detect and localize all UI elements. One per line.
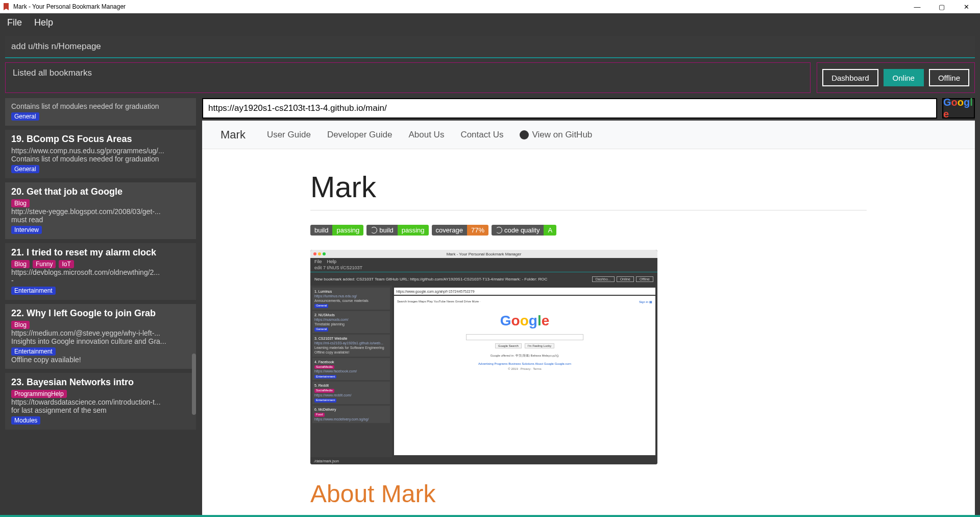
content-pane: https://ay1920s1-cs2103t-t13-4.github.io… bbox=[202, 98, 975, 517]
about-heading: About Mark bbox=[310, 480, 867, 508]
badge: buildpassing bbox=[310, 225, 363, 236]
badges-row: buildpassingbuildpassingcoverage77%code … bbox=[310, 225, 867, 236]
command-bar: add u/this n/Homepage bbox=[0, 32, 980, 58]
nav-dev-guide[interactable]: Developer Guide bbox=[327, 130, 393, 140]
nav-user-guide[interactable]: User Guide bbox=[267, 130, 311, 140]
main-split: Contains list of modules needed for grad… bbox=[5, 98, 975, 517]
bookmark-item[interactable]: 19. BComp CS Focus Areashttps://www.comp… bbox=[5, 130, 196, 178]
badge: coverage77% bbox=[432, 225, 489, 236]
badge: buildpassing bbox=[366, 225, 428, 236]
tab-dashboard[interactable]: Dashboard bbox=[822, 69, 878, 86]
status-message: Listed all bookmarks bbox=[5, 62, 811, 93]
nav-brand[interactable]: Mark bbox=[220, 128, 246, 142]
tab-offline[interactable]: Offline bbox=[929, 69, 969, 86]
nav-contact[interactable]: Contact Us bbox=[460, 130, 503, 140]
embedded-page: Mark User Guide Developer Guide About Us… bbox=[202, 121, 975, 517]
scrollbar-thumb[interactable] bbox=[192, 354, 196, 415]
github-icon bbox=[520, 130, 529, 139]
nav-github[interactable]: View on GitHub bbox=[520, 130, 592, 140]
bookmark-item[interactable]: 20. Get that job at GoogleBloghttp://ste… bbox=[5, 182, 196, 239]
favicon-box: Google bbox=[942, 98, 975, 119]
menu-file[interactable]: File bbox=[7, 17, 22, 28]
nav-about[interactable]: About Us bbox=[408, 130, 444, 140]
menubar: File Help bbox=[0, 13, 980, 32]
bookmark-list: Contains list of modules needed for grad… bbox=[5, 98, 196, 517]
bookmark-item[interactable]: 21. I tried to reset my alarm clockBlogF… bbox=[5, 243, 196, 300]
bookmark-item[interactable]: Contains list of modules needed for grad… bbox=[5, 98, 196, 126]
maximize-button[interactable]: ▢ bbox=[930, 0, 953, 13]
screenshot-preview: Mark - Your Personal Bookmark Manager Fi… bbox=[310, 250, 657, 464]
window-title: Mark - Your Personal Bookmark Manager bbox=[13, 3, 126, 10]
bookmark-item[interactable]: 22. Why I left Google to join GrabBloght… bbox=[5, 304, 196, 369]
bookmark-item[interactable]: 23. Bayesian Networks introProgrammingHe… bbox=[5, 373, 196, 430]
url-input[interactable]: https://ay1920s1-cs2103t-t13-4.github.io… bbox=[202, 98, 937, 119]
page-heading: Mark bbox=[310, 170, 867, 210]
footer-bar bbox=[0, 515, 980, 517]
app-icon bbox=[2, 3, 10, 11]
menu-help[interactable]: Help bbox=[34, 17, 53, 28]
status-row: Listed all bookmarks Dashboard Online Of… bbox=[5, 62, 975, 93]
view-tabs: Dashboard Online Offline bbox=[817, 62, 975, 93]
command-input[interactable]: add u/this n/Homepage bbox=[5, 36, 975, 58]
minimize-button[interactable]: — bbox=[905, 0, 929, 13]
tab-online[interactable]: Online bbox=[884, 69, 924, 86]
google-icon: Google bbox=[943, 97, 974, 120]
page-nav: Mark User Guide Developer Guide About Us… bbox=[202, 121, 975, 149]
titlebar: Mark - Your Personal Bookmark Manager — … bbox=[0, 0, 980, 13]
badge: code qualityA bbox=[492, 225, 556, 236]
close-button[interactable]: ✕ bbox=[954, 0, 978, 13]
